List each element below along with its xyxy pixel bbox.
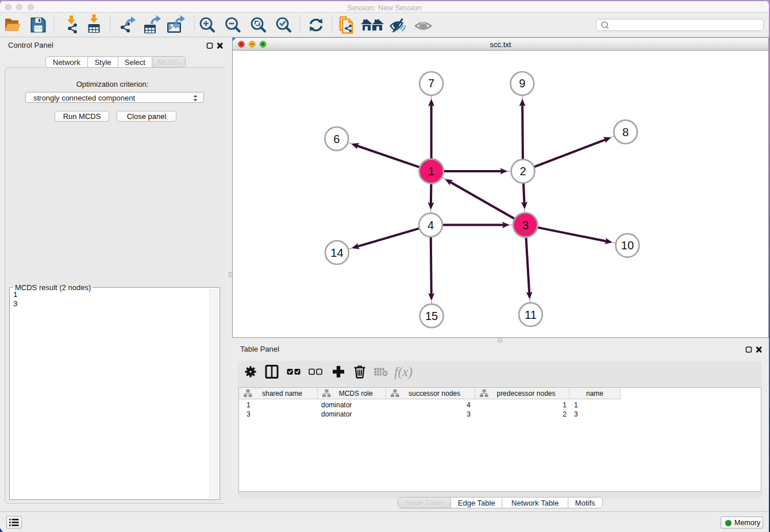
svg-text:f(x): f(x) (394, 365, 413, 379)
